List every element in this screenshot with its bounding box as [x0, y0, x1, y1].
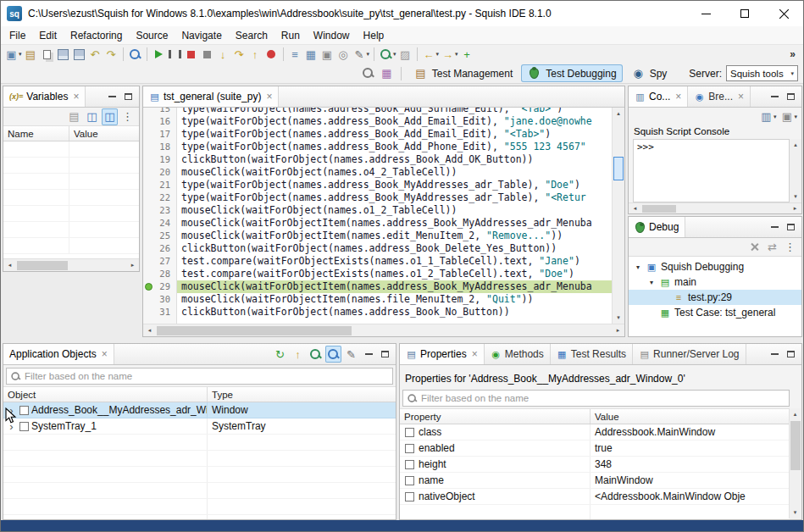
refresh-objects-button[interactable]: ↻ [272, 346, 288, 363]
object-row-address-book-myaddresses-adr-wi[interactable]: ›Address_Book__MyAddresses_adr_WiWindow [3, 402, 396, 418]
stop-button[interactable] [183, 46, 199, 63]
save-button[interactable] [55, 46, 71, 63]
line-number-26[interactable]: 26 [143, 242, 176, 255]
code-line-28[interactable]: test.compare(waitForObjectExists(names.o… [177, 268, 612, 280]
scroll-left-icon[interactable]: ◂ [143, 324, 156, 336]
scroll-thumb[interactable] [157, 326, 352, 335]
menu-file[interactable]: File [3, 27, 32, 44]
close-tab-icon[interactable]: × [675, 91, 681, 103]
line-number-20[interactable]: 20 [143, 166, 176, 179]
menu-source[interactable]: Source [129, 27, 175, 44]
menu-run[interactable]: Run [274, 27, 307, 44]
minimize-panel-button[interactable] [768, 222, 781, 233]
quick-search-button[interactable] [360, 65, 376, 82]
debug-node-squish-debugging[interactable]: ▾▣Squish Debugging [629, 259, 801, 274]
scroll-left-icon[interactable]: ◂ [3, 259, 16, 271]
line-number-19[interactable]: 19 [143, 153, 176, 166]
toolbar-overflow-chevron[interactable]: » [790, 48, 801, 60]
perspective-test-debugging-button[interactable]: Test Debugging [521, 64, 622, 82]
edit-object-button[interactable]: ✎ [343, 346, 359, 363]
view-menu-button[interactable]: ⋮ [119, 108, 136, 125]
close-tab-icon[interactable]: × [472, 348, 478, 360]
parent-object-button[interactable]: ↑ [290, 346, 306, 363]
tab-runner-server-log[interactable]: ▤Runner/Server Log [633, 344, 746, 364]
line-number-18[interactable]: 18 [143, 141, 176, 153]
tab-co[interactable]: ▥Co...× [629, 86, 688, 107]
layout-rows-button[interactable]: ◫ [102, 108, 118, 125]
line-number-25[interactable]: 25 [143, 230, 176, 242]
minimize-panel-button[interactable] [363, 349, 375, 360]
menu-navigate[interactable]: Navigate [175, 27, 228, 44]
object-row-systemtray-1[interactable]: ›SystemTray_1SystemTray [3, 418, 396, 435]
code-line-22[interactable]: type(waitForObject(names.address_Book_My… [177, 191, 612, 204]
scroll-up-icon[interactable]: ▴ [789, 408, 801, 420]
tab-methods[interactable]: ◉Methods [485, 344, 551, 364]
code-line-26[interactable]: clickButton(waitForObject(names.address_… [177, 242, 612, 255]
checkbox[interactable] [405, 492, 414, 502]
expander-icon[interactable]: ▾ [647, 279, 656, 286]
step-over-button[interactable]: ↷ [231, 46, 247, 63]
close-tab-icon[interactable]: × [266, 91, 272, 103]
maximize-panel-button[interactable] [379, 349, 391, 360]
scroll-down-icon[interactable]: ▾ [790, 191, 802, 202]
code-line-27[interactable]: test.compare(waitForObjectExists(names.o… [177, 255, 612, 268]
close-tab-icon[interactable]: × [738, 91, 744, 103]
code-line-16[interactable]: type(waitForObject(names.address_Book_Ad… [177, 115, 612, 128]
editor-hscrollbar[interactable]: ◂ ▸ [143, 324, 624, 336]
undo-button[interactable]: ↶ [87, 46, 103, 63]
line-number-15[interactable]: 15 [143, 108, 176, 115]
find-button[interactable] [127, 46, 143, 63]
annotate-button[interactable]: ✎▾ [352, 46, 371, 63]
minimize-panel-button[interactable] [106, 91, 119, 103]
stop-record-button[interactable] [199, 46, 215, 63]
minimize-button[interactable] [686, 1, 725, 26]
tab-editor-tst-general[interactable]: ▤ tst_general (suite_py) × [143, 86, 279, 107]
property-row-class[interactable]: classAddressbook.MainWindow [400, 424, 790, 441]
back-button[interactable]: ←▾ [421, 46, 441, 63]
show-object-map-button[interactable]: ▦ [303, 46, 319, 63]
tab-test-results[interactable]: ▦Test Results [551, 344, 633, 364]
code-line-20[interactable]: mouseClick(waitForObject(names.o4_2_Tabl… [177, 166, 612, 179]
column-header-name[interactable]: Name [3, 126, 69, 141]
checkbox[interactable] [19, 422, 29, 431]
server-combo[interactable]: Squish tools ▾ [726, 65, 798, 81]
maximize-panel-button[interactable] [785, 349, 797, 360]
debug-node-test-py-29[interactable]: ≡test.py:29 [629, 290, 801, 305]
property-row-name[interactable]: nameMainWindow [400, 473, 790, 489]
code-line-29[interactable]: mouseClick(waitForObjectItem(names.addre… [177, 280, 612, 293]
tab-bre[interactable]: ◉Bre...× [688, 86, 751, 107]
debug-node-test-case-tst-general[interactable]: ▦Test Case: tst_general [629, 305, 801, 320]
line-number-30[interactable]: 30 [143, 293, 176, 306]
menu-refactoring[interactable]: Refactoring [64, 27, 129, 44]
pick-object-button[interactable] [308, 346, 324, 363]
console-hscrollbar[interactable]: ◂ ▸ [629, 202, 801, 213]
open-perspective-button[interactable]: ▦ [379, 65, 395, 82]
properties-vscrollbar[interactable]: ▴ ▾ [789, 408, 801, 518]
pick-object-button[interactable]: ▾ [378, 46, 397, 63]
line-number-23[interactable]: 23 [143, 204, 176, 217]
column-header-object[interactable]: Object [3, 387, 208, 402]
checkbox[interactable] [19, 406, 29, 415]
line-number-27[interactable]: 27 [143, 255, 176, 268]
scroll-thumb[interactable] [790, 421, 801, 470]
code-line-24[interactable]: mouseClick(waitForObjectItem(names.addre… [177, 217, 612, 230]
scroll-right-icon[interactable]: ▸ [612, 324, 624, 336]
line-number-16[interactable]: 16 [143, 115, 176, 128]
run-test-button[interactable] [151, 46, 167, 63]
line-number-28[interactable]: 28 [143, 268, 176, 280]
checkbox[interactable] [405, 444, 414, 453]
column-header-value[interactable]: Value [69, 126, 139, 141]
minimize-panel-button[interactable] [768, 349, 781, 360]
save-all-button[interactable] [71, 46, 87, 63]
code-line-21[interactable]: type(waitForObject(names.address_Book_My… [177, 179, 612, 191]
editor-scroll-thumb[interactable] [613, 157, 624, 180]
code-area[interactable]: type(waitForObject(names.address_Book_Ad… [177, 108, 612, 324]
variables-hscrollbar[interactable]: ◂ ▸ [3, 258, 139, 271]
tab-application-objects[interactable]: Application Objects × [3, 344, 114, 364]
code-line-17[interactable]: type(waitForObject(names.address_Book_Ad… [177, 128, 612, 141]
property-row-enabled[interactable]: enabledtrue [400, 441, 790, 457]
layout-columns-button[interactable]: ◫ [84, 108, 100, 125]
tab-properties[interactable]: ▤Properties× [400, 344, 485, 364]
close-tab-icon[interactable]: × [73, 91, 79, 103]
object-picker-button[interactable] [325, 346, 341, 363]
